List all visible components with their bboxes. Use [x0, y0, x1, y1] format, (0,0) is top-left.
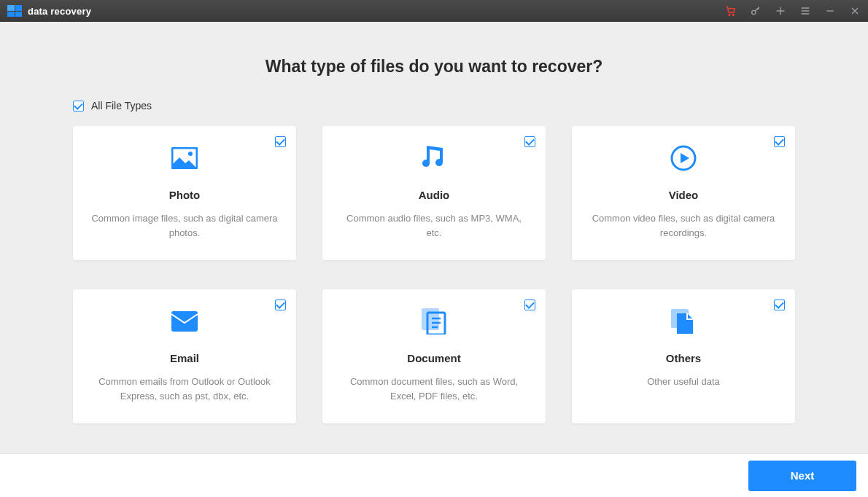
app-logo-icon [7, 5, 22, 17]
next-button[interactable]: Next [748, 461, 856, 491]
menu-icon[interactable] [799, 5, 811, 17]
card-desc: Common video files, such as digital came… [589, 211, 778, 240]
card-photo[interactable]: Photo Common image files, such as digita… [73, 126, 296, 260]
plus-icon[interactable] [775, 5, 786, 17]
bottom-bar: Next [0, 453, 868, 497]
document-icon [422, 304, 446, 339]
card-title: Document [407, 352, 460, 364]
card-photo-checkbox[interactable] [275, 136, 286, 147]
photo-icon [171, 141, 198, 176]
card-title: Email [170, 352, 199, 364]
card-title: Audio [419, 189, 450, 201]
card-audio-checkbox[interactable] [524, 136, 535, 147]
card-title: Others [666, 352, 701, 364]
card-video-checkbox[interactable] [774, 136, 785, 147]
svg-point-2 [752, 10, 756, 14]
card-email[interactable]: Email Common emails from Outlook or Outl… [73, 289, 296, 423]
cart-icon[interactable] [725, 5, 737, 17]
card-desc: Common document files, such as Word, Exc… [340, 375, 528, 403]
card-title: Photo [169, 189, 201, 201]
card-title: Video [669, 189, 699, 201]
card-document-checkbox[interactable] [524, 300, 535, 310]
card-desc: Common audio files, such as MP3, WMA, et… [340, 211, 528, 240]
video-icon [670, 141, 697, 176]
minimize-icon[interactable] [824, 5, 836, 17]
card-desc: Other useful data [647, 375, 720, 389]
card-document[interactable]: Document Common document files, such as … [322, 289, 546, 423]
svg-point-4 [188, 152, 193, 156]
others-icon [671, 304, 696, 339]
svg-point-0 [729, 14, 730, 15]
audio-icon [422, 141, 446, 176]
title-bar: data recovery [0, 0, 868, 22]
key-icon[interactable] [750, 5, 762, 17]
all-file-types-label: All File Types [91, 100, 152, 111]
card-video[interactable]: Video Common video files, such as digita… [572, 126, 795, 260]
card-desc: Common emails from Outlook or Outlook Ex… [90, 375, 279, 403]
card-email-checkbox[interactable] [275, 300, 286, 310]
card-others[interactable]: Others Other useful data [572, 289, 795, 423]
all-file-types-checkbox[interactable] [73, 101, 84, 111]
svg-point-1 [732, 14, 734, 15]
email-icon [171, 304, 198, 339]
card-audio[interactable]: Audio Common audio files, such as MP3, W… [322, 126, 546, 260]
app-title: data recovery [28, 6, 91, 17]
close-icon[interactable] [849, 5, 861, 17]
card-others-checkbox[interactable] [774, 300, 785, 310]
svg-rect-6 [171, 311, 198, 332]
page-heading: What type of files do you want to recove… [73, 57, 795, 77]
all-file-types-row[interactable]: All File Types [73, 100, 795, 111]
card-desc: Common image files, such as digital came… [90, 211, 279, 240]
main-content: What type of files do you want to recove… [0, 22, 868, 453]
